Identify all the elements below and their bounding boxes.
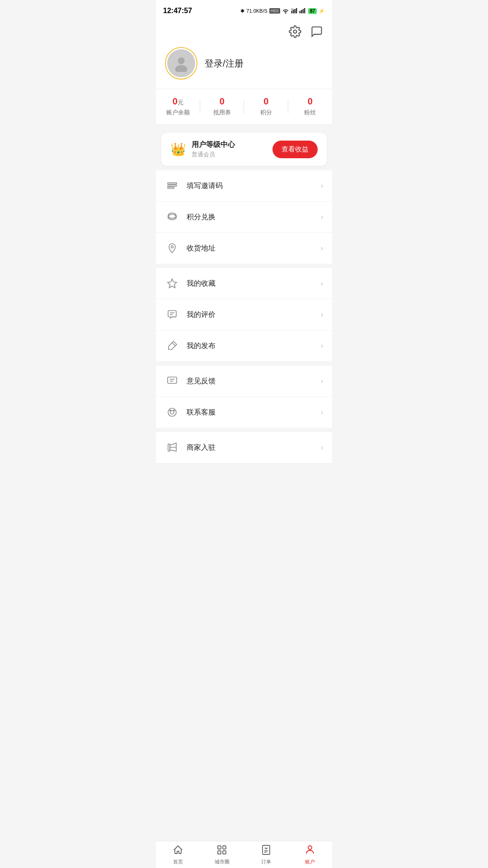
- svg-rect-2: [295, 9, 296, 14]
- svg-rect-25: [168, 377, 177, 383]
- stat-fans-label: 粉丝: [304, 108, 316, 117]
- stat-points-label: 积分: [260, 108, 272, 117]
- service-icon: [165, 405, 179, 420]
- chevron-right-icon: ›: [321, 342, 323, 350]
- avatar[interactable]: [165, 47, 197, 80]
- svg-point-30: [169, 410, 171, 411]
- svg-point-10: [178, 57, 184, 64]
- svg-text:5G: 5G: [291, 9, 294, 11]
- customer-service-label: 联系客服: [187, 408, 321, 417]
- stat-fans-value: 0: [308, 96, 313, 107]
- nav-home[interactable]: 首页: [156, 842, 200, 868]
- points-icon: [165, 210, 179, 224]
- svg-rect-5: [300, 11, 300, 14]
- svg-rect-39: [263, 845, 270, 854]
- gear-icon: [289, 25, 301, 38]
- menu-item-points-exchange[interactable]: 积分兑换 ›: [156, 202, 332, 233]
- stat-fans[interactable]: 0 粉丝: [288, 96, 333, 117]
- menu-item-favorites[interactable]: 我的收藏 ›: [156, 268, 332, 299]
- merchant-icon: [165, 440, 179, 455]
- status-bar: 12:47:57 ✱ 71.0KB/S HD2 5G 87 ⚡: [156, 0, 332, 20]
- svg-point-15: [168, 214, 176, 220]
- stat-points[interactable]: 0 积分: [244, 96, 288, 117]
- nav-home-label: 首页: [173, 859, 183, 865]
- points-exchange-label: 积分兑换: [187, 212, 321, 222]
- chevron-right-icon: ›: [321, 213, 323, 221]
- menu-item-shipping-address[interactable]: 收货地址 ›: [156, 233, 332, 264]
- svg-point-9: [294, 30, 297, 33]
- menu-item-feedback[interactable]: 意见反馈 ›: [156, 366, 332, 397]
- menu-group-4: 商家入驻 ›: [156, 432, 332, 463]
- favorites-label: 我的收藏: [187, 279, 321, 288]
- svg-point-42: [308, 846, 312, 849]
- chevron-right-icon: ›: [321, 311, 323, 319]
- svg-rect-14: [168, 187, 174, 189]
- nav-orders-label: 订单: [261, 859, 271, 865]
- home-icon: [173, 844, 183, 857]
- menu-item-my-posts[interactable]: 我的发布 ›: [156, 330, 332, 361]
- svg-point-31: [173, 410, 175, 411]
- bottom-nav: 首页 城市圈 订单: [156, 841, 332, 868]
- grid-icon: [216, 844, 227, 857]
- svg-rect-0: [291, 11, 292, 14]
- svg-rect-38: [223, 851, 226, 854]
- svg-rect-37: [218, 851, 221, 854]
- svg-marker-20: [168, 279, 177, 288]
- menu-item-merchant-join[interactable]: 商家入驻 ›: [156, 432, 332, 463]
- battery-icon: 87: [308, 8, 317, 14]
- stat-balance-label: 账户余额: [166, 108, 190, 117]
- menu-item-customer-service[interactable]: 联系客服 ›: [156, 397, 332, 428]
- stat-balance[interactable]: 0元 账户余额: [156, 96, 200, 117]
- wifi-icon: [282, 8, 289, 14]
- level-title: 用户等级中心: [192, 140, 272, 150]
- menu-item-invite-code[interactable]: 填写邀请码 ›: [156, 170, 332, 202]
- menu-group-1: 填写邀请码 › 积分兑换 › 收货地址 ›: [156, 170, 332, 264]
- chevron-right-icon: ›: [321, 279, 323, 288]
- status-time: 12:47:57: [163, 7, 192, 15]
- stats-row: 0元 账户余额 0 抵用券 0 积分 0 粉丝: [156, 89, 332, 124]
- nav-city-circle-label: 城市圈: [215, 859, 230, 865]
- svg-point-28: [168, 408, 176, 416]
- svg-point-16: [168, 213, 176, 218]
- review-icon: [165, 307, 179, 322]
- level-subtitle: 普通会员: [192, 151, 272, 159]
- svg-rect-12: [168, 183, 177, 184]
- profile-section[interactable]: 登录/注册: [156, 43, 332, 89]
- chevron-right-icon: ›: [321, 182, 323, 190]
- svg-rect-21: [168, 311, 176, 317]
- chevron-right-icon: ›: [321, 377, 323, 385]
- chevron-right-icon: ›: [321, 244, 323, 252]
- nav-account[interactable]: 账户: [288, 842, 333, 868]
- menu-item-reviews[interactable]: 我的评价 ›: [156, 299, 332, 330]
- avatar-image: [167, 49, 195, 77]
- star-icon: [165, 276, 179, 291]
- chat-icon: [310, 25, 323, 38]
- menu-group-2: 我的收藏 › 我的评价 › 我的发布 ›: [156, 268, 332, 361]
- post-icon: [165, 339, 179, 353]
- address-icon: [165, 241, 179, 255]
- level-card: 👑 用户等级中心 普通会员 查看收益: [161, 133, 327, 166]
- feedback-icon: [165, 374, 179, 388]
- stat-coupon-value: 0: [220, 96, 225, 107]
- svg-rect-36: [223, 846, 226, 849]
- chevron-right-icon: ›: [321, 408, 323, 416]
- shipping-address-label: 收货地址: [187, 244, 321, 253]
- login-register-button[interactable]: 登录/注册: [205, 57, 244, 70]
- menu-group-3: 意见反馈 › 联系客服 ›: [156, 366, 332, 428]
- chevron-right-icon: ›: [321, 443, 323, 452]
- settings-button[interactable]: [287, 24, 303, 40]
- svg-rect-8: [304, 8, 305, 14]
- nav-orders[interactable]: 订单: [244, 842, 288, 868]
- svg-rect-3: [296, 8, 297, 14]
- bluetooth-icon: ✱: [240, 8, 244, 14]
- header-actions: [156, 20, 332, 43]
- hd2-badge: HD2: [269, 8, 280, 14]
- view-earnings-button[interactable]: 查看收益: [272, 141, 318, 158]
- svg-point-11: [175, 65, 188, 72]
- nav-city-circle[interactable]: 城市圈: [200, 842, 244, 868]
- stat-coupon[interactable]: 0 抵用券: [200, 96, 244, 117]
- svg-rect-13: [168, 185, 177, 186]
- message-button[interactable]: [309, 24, 325, 40]
- invite-code-label: 填写邀请码: [187, 181, 321, 191]
- my-posts-label: 我的发布: [187, 341, 321, 351]
